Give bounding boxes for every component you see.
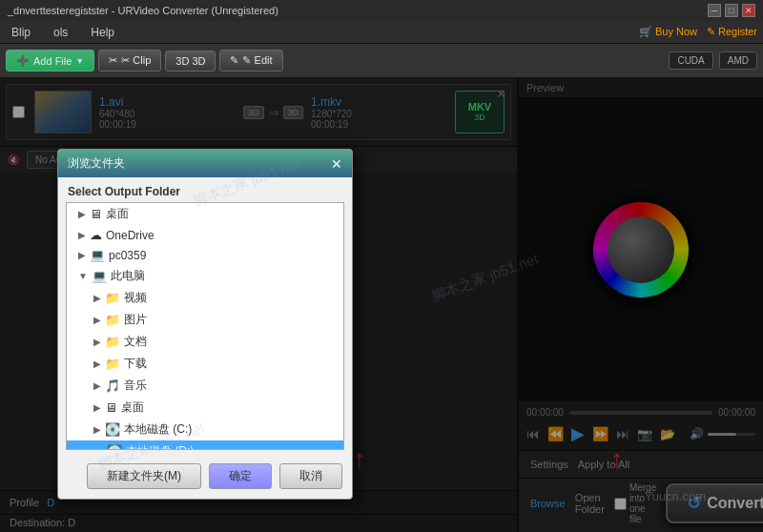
tree-folder-icon: 🖥 [105,400,117,415]
tree-item[interactable]: ▶📁视频 [67,287,343,309]
tree-folder-icon: ☁ [90,228,102,242]
tree-item-label: 音乐 [124,378,147,394]
tree-chevron-icon: ▶ [78,209,86,219]
tree-item[interactable]: ▶📁下载 [67,353,343,375]
tree-folder-icon: 📁 [105,313,120,327]
register-link[interactable]: ✎ Register [707,26,757,38]
amd-button[interactable]: AMD [719,51,757,70]
tree-item[interactable]: ▶💽本地磁盘 (C:) [67,419,343,440]
title-bar-text: _dnverttesteregistster - URVideo Convert… [8,5,278,16]
tree-item[interactable]: ▼💻此电脑 [67,265,343,287]
clip-label: ✂ Clip [121,54,151,67]
add-file-icon: ➕ [16,54,30,67]
clip-icon: ✂ [109,54,117,67]
tree-item-label: 下载 [124,356,147,372]
tree-folder-icon: 📁 [105,335,120,349]
tree-item-label: 本地磁盘 (D:) [126,443,194,450]
tree-folder-icon: 🖥 [90,207,102,221]
cancel-button[interactable]: 取消 [279,463,342,489]
tree-item-label: 桌面 [106,206,129,222]
cuda-button[interactable]: CUDA [669,51,712,70]
tree-chevron-icon: ▼ [93,446,103,450]
tree-item[interactable]: ▶☁OneDrive [67,225,343,245]
tree-folder-icon: 💻 [92,269,107,283]
edit-label: ✎ Edit [242,54,272,67]
tree-item-label: 桌面 [121,399,144,416]
minimize-button[interactable]: ─ [708,4,721,17]
tree-item[interactable]: ▶📁文档 [67,331,343,353]
dialog-title: 浏览文件夹 [68,155,125,172]
dialog-overlay: 浏览文件夹 ✕ Select Output Folder ▶🖥桌面▶☁OneDr… [0,78,763,532]
tree-item-label: pc0359 [109,249,146,262]
toolbar: ➕ Add File ▼ ✂ ✂ Clip 3D 3D ✎ ✎ Edit CUD… [0,44,763,78]
tree-item[interactable]: ▶🎵音乐 [67,375,343,397]
new-folder-button[interactable]: 新建文件夹(M) [87,463,201,489]
dialog-title-bar: 浏览文件夹 ✕ [58,150,352,177]
tree-folder-icon: 💻 [90,248,105,262]
tree-chevron-icon: ▶ [78,230,86,240]
add-file-label: Add File [33,55,72,67]
tree-chevron-icon: ▶ [78,250,86,260]
tree-chevron-icon: ▶ [93,358,101,369]
menu-bar: Blip ols Help 🛒 Buy Now ✎ Register [0,21,763,44]
menu-blip[interactable]: Blip [6,24,36,41]
dialog-footer: 新建文件夹(M) 确定 取消 [58,458,352,499]
tree-item-label: 此电脑 [111,268,145,284]
title-bar-controls: ─ □ ✕ [708,4,755,17]
tree-chevron-icon: ▶ [93,380,101,391]
clip-button[interactable]: ✂ ✂ Clip [98,50,161,72]
menu-help[interactable]: Help [85,24,120,41]
tree-chevron-icon: ▶ [93,337,101,347]
tree-item[interactable]: ▶💻pc0359 [67,245,343,265]
browse-folder-dialog: 浏览文件夹 ✕ Select Output Folder ▶🖥桌面▶☁OneDr… [57,149,353,500]
title-bar: _dnverttesteregistster - URVideo Convert… [0,0,763,21]
3d-label: 3D 3D [175,55,205,67]
tree-folder-icon: 📁 [105,291,120,305]
3d-button[interactable]: 3D 3D [165,51,216,72]
tree-folder-icon: 📁 [105,357,120,371]
tree-item[interactable]: ▼💽本地磁盘 (D:) [67,440,343,450]
tree-chevron-icon: ▶ [93,293,101,303]
tree-folder-icon: 💽 [107,444,122,450]
tree-item[interactable]: ▶🖥桌面 [67,203,343,225]
tree-folder-icon: 💽 [105,422,120,437]
tree-folder-icon: 🎵 [105,379,120,393]
dialog-subtitle: Select Output Folder [58,177,352,202]
tree-item-label: 图片 [124,312,147,328]
folder-tree: ▶🖥桌面▶☁OneDrive▶💻pc0359▼💻此电脑▶📁视频▶📁图片▶📁文档▶… [66,202,344,450]
add-file-button[interactable]: ➕ Add File ▼ [6,50,94,72]
close-button[interactable]: ✕ [742,4,755,17]
confirm-button[interactable]: 确定 [209,463,272,489]
menu-tools[interactable]: ols [48,24,73,41]
tree-chevron-icon: ▶ [93,402,101,413]
tree-item-label: 文档 [124,334,147,350]
dialog-close-button[interactable]: ✕ [331,156,342,172]
maximize-button[interactable]: □ [725,4,738,17]
toolbar-right: CUDA AMD [669,51,757,70]
add-file-dropdown-icon[interactable]: ▼ [75,56,84,66]
tree-item[interactable]: ▶📁图片 [67,309,343,331]
tree-item[interactable]: ▶🖥桌面 [67,397,343,419]
menu-right-area: 🛒 Buy Now ✎ Register [639,26,757,38]
edit-icon: ✎ [230,54,238,67]
tree-chevron-icon: ▶ [93,424,101,435]
tree-item-label: OneDrive [106,229,155,242]
main-content: 1.avi 640*480 00:00:19 3D ⇒ 3D 1.mkv 128… [0,78,763,532]
tree-item-label: 本地磁盘 (C:) [124,421,192,438]
buy-now-link[interactable]: 🛒 Buy Now [639,26,697,38]
tree-chevron-icon: ▼ [78,271,88,281]
tree-item-label: 视频 [124,290,147,306]
tree-chevron-icon: ▶ [93,315,101,325]
edit-button[interactable]: ✎ ✎ Edit [219,50,282,72]
